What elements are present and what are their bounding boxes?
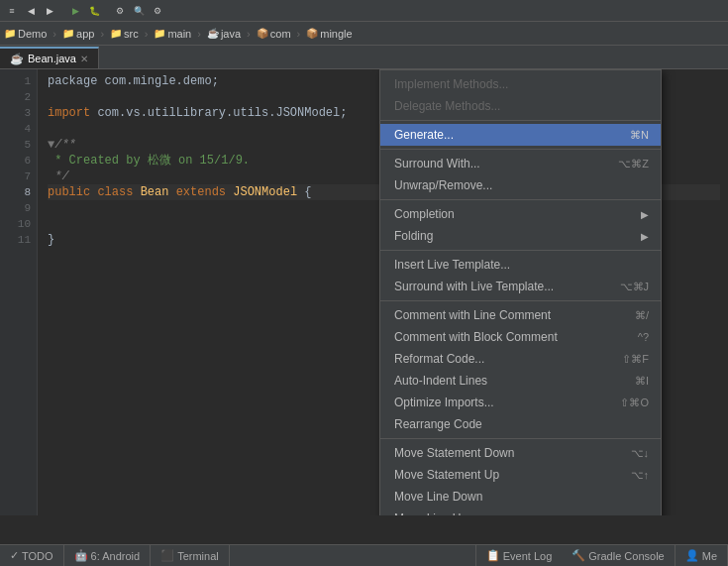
editor-area[interactable]: 1 2 3 4 5 6 7 8 9 10 11 package com.ming… xyxy=(0,69,728,515)
status-android-label: 6: Android xyxy=(91,550,141,562)
back-icon[interactable]: ◀ xyxy=(23,3,39,19)
line-num-4: 4 xyxy=(0,121,37,137)
line-num-11: 11 xyxy=(0,232,37,248)
menu-item-folding[interactable]: Folding ▶ xyxy=(380,225,661,247)
java-icon: ☕ xyxy=(207,28,219,39)
menu-item-move-line-down[interactable]: Move Line Down xyxy=(380,486,661,508)
menu-item-implement-methods[interactable]: Implement Methods... xyxy=(380,73,661,95)
run-icon[interactable]: ▶ xyxy=(67,3,83,19)
breadcrumb-sep-2: › xyxy=(100,28,104,40)
main-icon: 📁 xyxy=(154,28,165,39)
menu-item-comment-line[interactable]: Comment with Line Comment ⌘/ xyxy=(380,304,661,326)
line-num-9: 9 xyxy=(0,200,37,216)
context-menu: Implement Methods... Delegate Methods...… xyxy=(379,69,662,515)
menu-item-comment-block[interactable]: Comment with Block Comment ^? xyxy=(380,326,661,348)
status-me[interactable]: 👤 Me xyxy=(676,545,728,566)
tab-close-icon[interactable]: ✕ xyxy=(80,54,88,64)
me-icon: 👤 xyxy=(685,549,699,562)
menu-icon[interactable]: ≡ xyxy=(4,3,20,19)
forward-icon[interactable]: ▶ xyxy=(42,3,57,19)
menu-item-move-stmt-down[interactable]: Move Statement Down ⌥↓ xyxy=(380,442,661,464)
breadcrumb-sep-3: › xyxy=(145,28,149,40)
nav-java[interactable]: ☕ java xyxy=(207,28,241,40)
status-event-log-label: Event Log xyxy=(503,550,553,562)
nav-main[interactable]: 📁 main xyxy=(154,28,191,40)
menu-section-3: Surround With... ⌥⌘Z Unwrap/Remove... xyxy=(380,150,661,200)
menu-section-6: Comment with Line Comment ⌘/ Comment wit… xyxy=(380,301,661,439)
menu-section-1: Implement Methods... Delegate Methods... xyxy=(380,70,661,121)
nav-com[interactable]: 📦 com xyxy=(257,28,291,40)
status-bar: ✓ TODO 🤖 6: Android ⬛ Terminal 📋 Event L… xyxy=(0,544,728,566)
status-me-label: Me xyxy=(702,550,717,562)
nav-src[interactable]: 📁 src xyxy=(110,28,139,40)
src-icon: 📁 xyxy=(110,28,122,39)
tab-bar: ☕ Bean.java ✕ xyxy=(0,46,728,69)
line-num-8: 8 xyxy=(0,184,37,200)
breadcrumb-toolbar: 📁 Demo › 📁 app › 📁 src › 📁 main › ☕ java… xyxy=(0,22,728,46)
settings-icon[interactable]: ⚙ xyxy=(150,3,165,19)
toolbar-icons: ≡ ◀ ▶ ▶ 🐛 ⚙ 🔍 ⚙ xyxy=(4,3,165,19)
menu-section-5: Insert Live Template... Surround with Li… xyxy=(380,251,661,301)
menu-item-generate[interactable]: Generate... ⌘N xyxy=(380,124,661,146)
terminal-icon: ⬛ xyxy=(160,549,174,562)
app-icon: 📁 xyxy=(62,28,74,39)
menu-item-delegate-methods[interactable]: Delegate Methods... xyxy=(380,95,661,117)
breadcrumb-sep-1: › xyxy=(52,28,56,40)
menu-item-unwrap-remove[interactable]: Unwrap/Remove... xyxy=(380,174,661,196)
status-todo-label: TODO xyxy=(22,550,53,562)
todo-icon: ✓ xyxy=(10,549,19,562)
mingle-icon: 📦 xyxy=(306,28,318,39)
line-num-6: 6 xyxy=(0,153,37,169)
android-icon: 🤖 xyxy=(74,549,88,562)
search-icon[interactable]: 🔍 xyxy=(131,3,147,19)
completion-arrow-icon: ▶ xyxy=(641,209,649,220)
status-event-log[interactable]: 📋 Event Log xyxy=(475,545,563,566)
top-toolbar: ≡ ◀ ▶ ▶ 🐛 ⚙ 🔍 ⚙ xyxy=(0,0,728,22)
line-num-7: 7 xyxy=(0,169,37,184)
folding-arrow-icon: ▶ xyxy=(641,231,649,242)
menu-item-optimize-imports[interactable]: Optimize Imports... ⇧⌘O xyxy=(380,392,661,413)
tab-label: Bean.java xyxy=(28,53,76,64)
status-gradle[interactable]: 🔨 Gradle Console xyxy=(562,545,675,566)
line-num-2: 2 xyxy=(0,89,37,105)
menu-item-surround-with[interactable]: Surround With... ⌥⌘Z xyxy=(380,153,661,174)
nav-mingle[interactable]: 📦 mingle xyxy=(306,28,352,40)
menu-item-completion[interactable]: Completion ▶ xyxy=(380,203,661,225)
nav-app[interactable]: 📁 app xyxy=(62,28,94,40)
breadcrumb-sep-6: › xyxy=(297,28,301,40)
line-number-gutter: 1 2 3 4 5 6 7 8 9 10 11 xyxy=(0,69,38,515)
menu-item-surround-live-template[interactable]: Surround with Live Template... ⌥⌘J xyxy=(380,276,661,297)
status-todo[interactable]: ✓ TODO xyxy=(0,545,64,566)
gradle-icon: 🔨 xyxy=(572,549,585,562)
menu-section-7: Move Statement Down ⌥↓ Move Statement Up… xyxy=(380,439,661,515)
demo-icon: 📁 xyxy=(4,28,16,39)
status-terminal-label: Terminal xyxy=(177,550,219,562)
tab-icon: ☕ xyxy=(10,53,24,65)
line-num-3: 3 xyxy=(0,105,37,121)
line-num-1: 1 xyxy=(0,73,37,89)
line-num-5: 5 xyxy=(0,137,37,153)
status-gradle-label: Gradle Console xyxy=(588,550,664,562)
nav-demo[interactable]: 📁 Demo xyxy=(4,28,47,40)
menu-section-4: Completion ▶ Folding ▶ xyxy=(380,200,661,251)
breadcrumb-sep-4: › xyxy=(197,28,201,40)
line-num-10: 10 xyxy=(0,216,37,232)
menu-section-2: Generate... ⌘N xyxy=(380,121,661,150)
menu-item-rearrange-code[interactable]: Rearrange Code xyxy=(380,413,661,435)
breadcrumb-sep-5: › xyxy=(247,28,251,40)
event-log-icon: 📋 xyxy=(486,549,500,562)
menu-item-auto-indent[interactable]: Auto-Indent Lines ⌘I xyxy=(380,370,661,392)
tab-bean-java[interactable]: ☕ Bean.java ✕ xyxy=(0,47,99,68)
menu-item-insert-live-template[interactable]: Insert Live Template... xyxy=(380,254,661,276)
status-android[interactable]: 🤖 6: Android xyxy=(64,545,152,566)
com-icon: 📦 xyxy=(257,28,268,39)
menu-item-move-stmt-up[interactable]: Move Statement Up ⌥↑ xyxy=(380,464,661,486)
menu-item-reformat-code[interactable]: Reformat Code... ⇧⌘F xyxy=(380,348,661,370)
build-icon[interactable]: ⚙ xyxy=(112,3,128,19)
menu-item-move-line-up[interactable]: Move Line Up xyxy=(380,508,661,515)
status-terminal[interactable]: ⬛ Terminal xyxy=(151,545,230,566)
debug-icon[interactable]: 🐛 xyxy=(86,3,102,19)
